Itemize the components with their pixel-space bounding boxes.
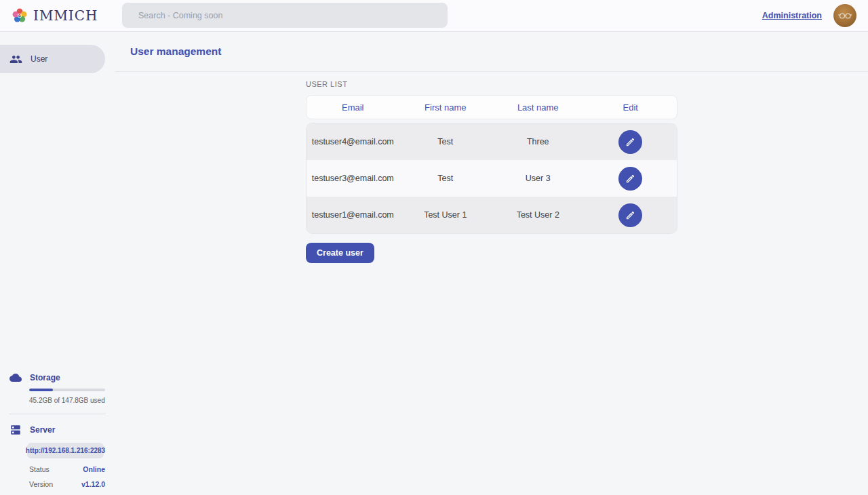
pencil-icon xyxy=(625,174,635,184)
main-content: User management USER LIST Email First na… xyxy=(115,32,868,495)
storage-used-text: 45.2GB of 147.8GB used xyxy=(29,397,115,404)
user-first-name: Test User 1 xyxy=(399,210,492,220)
immich-flower-logo-icon xyxy=(12,7,28,24)
users-icon xyxy=(9,53,22,66)
user-last-name: Three xyxy=(492,137,585,146)
table-row: testuser1@email.com Test User 1 Test Use… xyxy=(307,197,677,233)
server-version-value: v1.12.0 xyxy=(81,480,105,488)
storage-section: Storage 45.2GB of 147.8GB used xyxy=(0,372,115,404)
table-row: testuser4@email.com Test Three xyxy=(307,123,677,160)
user-last-name: User 3 xyxy=(492,174,585,183)
top-bar: IMMICH Administration xyxy=(0,0,868,32)
glasses-icon xyxy=(836,7,854,24)
cloud-icon xyxy=(9,372,22,384)
user-first-name: Test xyxy=(399,137,492,146)
column-header-first-name: First name xyxy=(399,102,492,113)
main-titlebar: User management xyxy=(115,32,868,72)
app-logo[interactable]: IMMICH xyxy=(0,7,98,24)
user-email: testuser1@email.com xyxy=(307,210,399,220)
edit-user-button[interactable] xyxy=(618,203,642,227)
user-table-body: testuser4@email.com Test Three testuser3… xyxy=(306,123,677,234)
sidebar-footer: Storage 45.2GB of 147.8GB used Server xyxy=(0,372,115,488)
server-section: Server http://192.168.1.216:2283 Status … xyxy=(0,424,115,488)
user-last-name: Test User 2 xyxy=(492,210,585,220)
storage-progress-fill xyxy=(29,389,53,391)
column-header-email: Email xyxy=(307,102,399,113)
server-label: Server xyxy=(30,425,55,435)
user-first-name: Test xyxy=(399,174,492,183)
edit-user-button[interactable] xyxy=(618,130,642,154)
user-email: testuser4@email.com xyxy=(307,137,399,146)
storage-label: Storage xyxy=(30,373,60,382)
server-status-label: Status xyxy=(29,465,50,473)
page-title: User management xyxy=(130,45,221,58)
user-table-header: Email First name Last name Edit xyxy=(306,95,677,119)
server-status-value: Online xyxy=(83,465,105,473)
server-icon xyxy=(9,424,22,436)
edit-user-button[interactable] xyxy=(618,167,642,191)
column-header-last-name: Last name xyxy=(492,102,585,113)
user-list-section-label: USER LIST xyxy=(306,80,677,88)
table-row: testuser3@email.com Test User 3 xyxy=(307,160,677,197)
server-version-label: Version xyxy=(29,480,53,488)
app-name: IMMICH xyxy=(33,7,98,24)
sidebar-item-user[interactable]: User xyxy=(0,45,105,73)
sidebar: User Storage 45.2GB of 147.8GB used xyxy=(0,32,115,495)
administration-link[interactable]: Administration xyxy=(762,11,822,20)
create-user-button[interactable]: Create user xyxy=(306,243,374,263)
search-input[interactable] xyxy=(122,3,448,28)
pencil-icon xyxy=(625,137,635,147)
user-email: testuser3@email.com xyxy=(307,174,399,183)
server-url: http://192.168.1.216:2283 xyxy=(27,443,104,458)
pencil-icon xyxy=(625,210,635,220)
sidebar-divider xyxy=(9,414,106,414)
sidebar-item-user-label: User xyxy=(31,54,47,64)
user-avatar[interactable] xyxy=(833,4,856,27)
storage-progress-bar xyxy=(29,389,105,391)
column-header-edit: Edit xyxy=(585,102,677,113)
